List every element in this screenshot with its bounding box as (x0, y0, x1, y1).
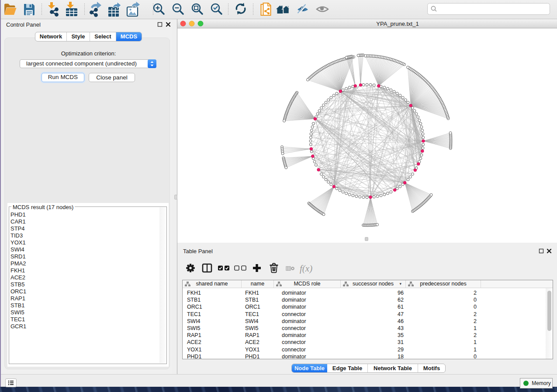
svg-text:f(x): f(x) (300, 263, 312, 274)
